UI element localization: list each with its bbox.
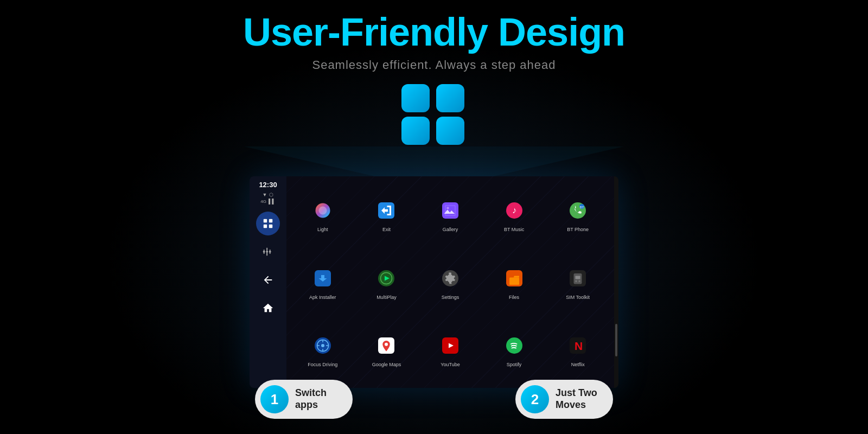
svg-rect-0	[264, 219, 267, 222]
app-label-settings: Settings	[442, 295, 459, 301]
svg-rect-1	[269, 219, 272, 222]
app-icon-settings	[436, 264, 464, 292]
svg-point-14	[446, 207, 449, 209]
app-icon-spotify	[500, 331, 528, 360]
app-label-files: Files	[509, 295, 519, 301]
app-settings[interactable]: Settings	[420, 251, 480, 314]
sidebar: 12:30 ▼ ⬡ 4G ▌▌	[250, 176, 286, 388]
app-label-spotify: Spotify	[507, 362, 522, 368]
app-icon-googlemaps	[372, 331, 400, 360]
app-googlemaps[interactable]: Google Maps	[357, 318, 417, 381]
svg-point-33	[321, 344, 324, 347]
app-icon-btphone: BT	[564, 196, 592, 225]
app-label-multiplay: MultiPlay	[376, 295, 397, 301]
app-light[interactable]: Light	[293, 183, 353, 246]
home-button[interactable]	[256, 296, 280, 320]
app-icon-exit	[372, 196, 400, 225]
app-label-light: Light	[317, 227, 328, 233]
badge-text-2: Just Two Moves	[556, 387, 597, 411]
badge-number-1: 1	[260, 385, 289, 413]
app-label-gallery: Gallery	[443, 227, 458, 233]
back-icon	[262, 274, 274, 286]
app-exit[interactable]: Exit	[357, 183, 417, 246]
app-icon-files	[500, 264, 528, 292]
grid-nav-icon	[262, 218, 274, 229]
header: User-Friendly Design Seamlessly efficien…	[0, 11, 868, 72]
bluetooth-icon: ⬡	[269, 192, 273, 197]
badge-number-2: 2	[521, 385, 549, 413]
signal-icon: ▌▌	[269, 199, 276, 204]
app-spotify[interactable]: Spotify	[484, 318, 544, 381]
app-btphone[interactable]: BTBT Phone	[548, 183, 608, 246]
badge-text-1: Switch apps	[295, 387, 327, 411]
svg-rect-30	[579, 280, 580, 282]
app-label-youtube: YouTube	[441, 362, 459, 368]
svg-point-39	[385, 343, 388, 346]
app-icon-youtube	[436, 331, 464, 360]
home-icon	[262, 302, 274, 314]
page-subtitle: Seamlessly efficient. Always a step ahea…	[0, 58, 868, 72]
svg-rect-29	[576, 280, 577, 282]
svg-rect-13	[442, 202, 458, 219]
network-icon: 4G	[260, 199, 266, 204]
app-files[interactable]: Files	[484, 251, 544, 314]
scrollbar[interactable]	[614, 176, 618, 388]
app-label-focusdriving: Focus Driving	[308, 362, 337, 368]
svg-text:♪: ♪	[512, 205, 516, 215]
badge-2: 2 Just Two Moves	[515, 380, 613, 419]
svg-rect-3	[269, 225, 272, 228]
svg-rect-28	[576, 276, 580, 279]
device-screen: 12:30 ▼ ⬡ 4G ▌▌	[250, 176, 618, 388]
app-icon-multiplay	[372, 264, 400, 292]
app-label-simtoolkit: SIM Toolkit	[566, 295, 590, 301]
badge-1: 1 Switch apps	[255, 380, 353, 419]
app-icon-netflix: N	[564, 331, 592, 360]
page-title: User-Friendly Design	[0, 11, 868, 54]
bottom-badges: 1 Switch apps 2 Just Two Moves	[255, 380, 613, 419]
wifi-icon: ▼	[263, 192, 267, 197]
app-icon-light	[309, 196, 337, 225]
app-label-btmusic: BT Music	[504, 227, 524, 233]
back-button[interactable]	[256, 268, 280, 292]
grid-cell-1	[401, 84, 430, 112]
app-youtube[interactable]: YouTube	[420, 318, 480, 381]
grid-cell-3	[401, 117, 430, 145]
app-multiplay[interactable]: MultiPlay	[357, 251, 417, 314]
app-icon-focusdriving	[309, 331, 337, 360]
equalizer-icon	[262, 246, 274, 258]
grid-cell-4	[436, 117, 464, 145]
status-icons: ▼ ⬡ 4G ▌▌	[260, 192, 275, 204]
app-netflix[interactable]: NNetflix	[548, 318, 608, 381]
app-focusdriving[interactable]: Focus Driving	[293, 318, 353, 381]
app-icon-btmusic: ♪	[500, 196, 528, 225]
app-label-googlemaps: Google Maps	[372, 362, 401, 368]
svg-text:N: N	[575, 340, 583, 352]
app-btmusic[interactable]: ♪BT Music	[484, 183, 544, 246]
app-apkinstaller[interactable]: Apk Installer	[293, 251, 353, 314]
equalizer-button[interactable]	[256, 240, 280, 264]
app-gallery[interactable]: Gallery	[420, 183, 480, 246]
app-icon-simtoolkit	[564, 264, 592, 292]
app-simtoolkit[interactable]: SIM Toolkit	[548, 251, 608, 314]
grid-cell-2	[436, 84, 464, 112]
app-label-netflix: Netflix	[571, 362, 585, 368]
svg-text:BT: BT	[580, 205, 584, 208]
app-icon-apkinstaller	[309, 264, 337, 292]
svg-rect-25	[509, 277, 519, 285]
scrollbar-thumb	[615, 324, 617, 356]
grid-nav-button[interactable]	[256, 212, 280, 235]
app-grid: LightExitGallery♪BT MusicBTBT PhoneApk I…	[286, 176, 614, 388]
svg-point-11	[318, 206, 327, 214]
app-label-btphone: BT Phone	[567, 227, 589, 233]
svg-rect-2	[264, 225, 267, 228]
grid-logo	[401, 84, 467, 145]
app-label-exit: Exit	[382, 227, 391, 233]
time-display: 12:30	[259, 181, 277, 189]
app-label-apkinstaller: Apk Installer	[309, 295, 336, 301]
app-icon-gallery	[436, 196, 464, 225]
